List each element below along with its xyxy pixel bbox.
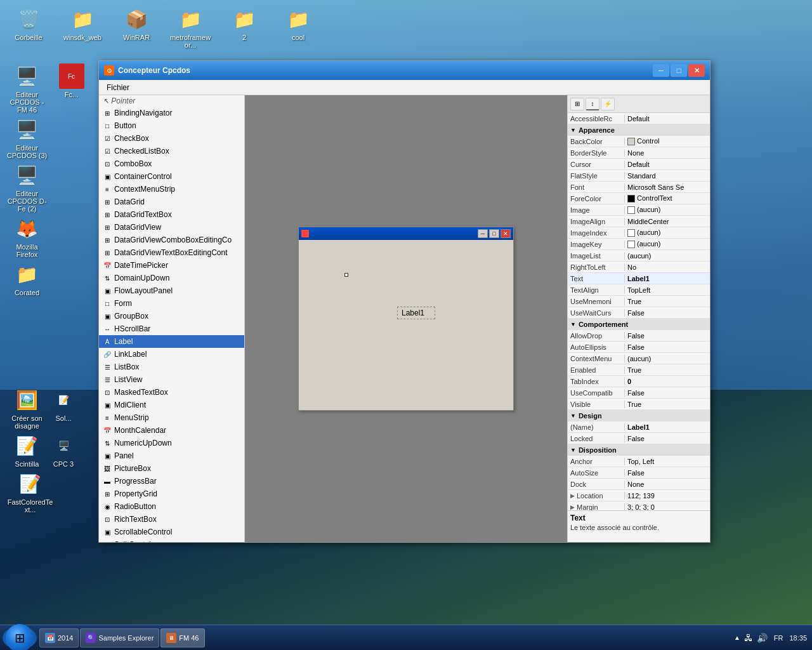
desktop-icon-corated[interactable]: 📁 Corated [6, 262, 48, 296]
props-row-allowdrop[interactable]: AllowDrop False [568, 330, 710, 342]
props-section-design[interactable]: ▼ Design [568, 410, 710, 421]
props-btn-sort[interactable]: ↕ [586, 98, 599, 110]
props-row-contextmenu[interactable]: ContextMenu (aucun) [568, 353, 710, 364]
toolbox-item-datagridview[interactable]: ⊞ DataGridView [99, 221, 244, 234]
taskbar-item-fm46[interactable]: 🖥 FM 46 [160, 628, 204, 647]
toolbox-item-flowlayout[interactable]: ▣ FlowLayoutPanel [99, 284, 244, 297]
toolbox-item-panel[interactable]: ▣ Panel [99, 449, 244, 462]
toolbox-item-form[interactable]: □ Form [99, 297, 244, 310]
toolbox-item-listbox[interactable]: ☰ ListBox [99, 361, 244, 373]
desktop-icon-corbeille[interactable]: 🗑️ Corbeille [6, 6, 51, 49]
toolbox-item-contextmenu[interactable]: ≡ ContextMenuStrip [99, 183, 244, 196]
props-row-usecompat[interactable]: UseCompatib False [568, 387, 710, 399]
form-close-btn[interactable]: ✕ [501, 229, 511, 238]
desktop-icon-editeur3[interactable]: 🖥️ Editeur CPCDOS D-Fe (2) [6, 162, 48, 213]
desktop-icon-scintilla[interactable]: 📝 Scintilla [6, 433, 48, 468]
toolbox-item-listview[interactable]: ☰ ListView [99, 373, 244, 386]
props-row-imageindex[interactable]: ImageIndex (aucun) [568, 227, 710, 239]
start-button[interactable]: ⊞ [3, 627, 37, 649]
desktop-icon-sol[interactable]: 📝 Sol... [51, 387, 76, 430]
form-maximize-btn[interactable]: □ [489, 229, 499, 238]
design-area[interactable]: ─ □ ✕ [245, 95, 567, 542]
props-row-dock[interactable]: Dock None [568, 479, 710, 490]
props-btn-events[interactable]: ⚡ [601, 98, 615, 110]
form-body[interactable]: Label1 [299, 240, 513, 410]
label-control[interactable]: Label1 [397, 307, 435, 319]
desktop-icon-2[interactable]: 📁 2 [222, 6, 266, 49]
desktop-icon-editeur2[interactable]: 🖥️ Editeur CPCDOS (3) [6, 117, 48, 159]
props-row-cursor[interactable]: Cursor Default [568, 159, 710, 170]
props-row-tabindex[interactable]: TabIndex 0 [568, 376, 710, 387]
form-canvas[interactable]: ─ □ ✕ [298, 227, 514, 411]
toolbox-item-label[interactable]: A Label [99, 335, 244, 348]
desktop-icon-creer[interactable]: 🖼️ Créer son disagne [6, 387, 48, 430]
toolbox-item-mdiclient[interactable]: ▣ MdiClient [99, 399, 244, 411]
props-section-disposition[interactable]: ▼ Disposition [568, 444, 710, 456]
tray-arrow-icon[interactable]: ▲ [734, 634, 740, 641]
toolbox-item-splitcontainer[interactable]: ⊟ SplitContainer [99, 538, 244, 542]
toolbox-item-datagridtextbox[interactable]: ⊞ DataGridTextBox [99, 208, 244, 221]
toolbox-item-propertygrid[interactable]: ⊞ PropertyGrid [99, 488, 244, 500]
toolbox-item-picturebox[interactable]: 🖼 PictureBox [99, 462, 244, 475]
desktop-icon-metro[interactable]: 📁 metroframewor... [168, 6, 213, 49]
props-row-visible[interactable]: Visible True [568, 399, 710, 410]
maximize-button[interactable]: □ [671, 64, 687, 77]
desktop-icon-fastcolored[interactable]: 📝 FastColoredText... [6, 471, 54, 514]
toolbox-item-numericupdown[interactable]: ⇅ NumericUpDown [99, 437, 244, 449]
props-btn-grid[interactable]: ⊞ [570, 98, 584, 110]
location-expand[interactable]: ▶ [570, 493, 577, 499]
desktop-icon-editeur1[interactable]: 🖥️ Editeur CPCDOS - FM 46 [6, 63, 48, 114]
props-row-image[interactable]: Image (aucun) [568, 204, 710, 216]
props-row-accessiblerc[interactable]: AccessibleRc Default [568, 113, 710, 124]
props-row-text[interactable]: Text Label1 [568, 273, 710, 284]
toolbox-pointer-item[interactable]: ↖ Pointer [99, 95, 244, 107]
close-button[interactable]: ✕ [688, 64, 705, 77]
toolbox-item-richtextbox[interactable]: ⊡ RichTextBox [99, 513, 244, 526]
props-row-righttoleft[interactable]: RightToLeft No [568, 262, 710, 273]
minimize-button[interactable]: ─ [653, 64, 669, 77]
toolbox-item-radiobutton[interactable]: ◉ RadioButton [99, 500, 244, 513]
desktop-icon-cpc[interactable]: 🖥️ CPC 3 [51, 433, 76, 468]
toolbox-item-combobox[interactable]: ⊡ ComboBox [99, 157, 244, 170]
toolbox-item-scrollable[interactable]: ▣ ScrollableControl [99, 526, 244, 538]
toolbox-list[interactable]: ⊞ BindingNavigator □ Button ☑ CheckBox ☑… [99, 107, 244, 542]
toolbox-item-maskedtextbox[interactable]: ⊡ MaskedTextBox [99, 386, 244, 399]
desktop-icon-fc[interactable]: Fc Fc... [51, 63, 92, 114]
toolbox-item-monthcalendar[interactable]: 📅 MonthCalendar [99, 424, 244, 437]
props-section-comportement[interactable]: ▼ Comportement [568, 319, 710, 330]
toolbox-item-datagrid[interactable]: ⊞ DataGrid [99, 196, 244, 208]
props-row-imagekey[interactable]: ImageKey (aucun) [568, 239, 710, 250]
toolbox-item-groupbox[interactable]: ▣ GroupBox [99, 310, 244, 322]
props-row-name[interactable]: (Name) Label1 [568, 421, 710, 433]
props-row-usemnemonic[interactable]: UseMnemoni True [568, 296, 710, 307]
toolbox-item-binding[interactable]: ⊞ BindingNavigator [99, 107, 244, 119]
props-row-margin[interactable]: ▶Margin 3; 0; 3; 0 [568, 501, 710, 510]
toolbox-item-progressbar[interactable]: ▬ ProgressBar [99, 475, 244, 488]
props-section-apparence[interactable]: ▼ Apparence [568, 124, 710, 136]
toolbox-item-menustrip[interactable]: ≡ MenuStrip [99, 411, 244, 424]
props-row-anchor[interactable]: Anchor Top, Left [568, 456, 710, 467]
props-row-imagealign[interactable]: ImageAlign MiddleCenter [568, 216, 710, 227]
props-row-textalign[interactable]: TextAlign TopLeft [568, 284, 710, 296]
desktop-icon-firefox[interactable]: 🦊 Mozilla Firefox [6, 216, 48, 258]
props-row-usewaitcursor[interactable]: UseWaitCurs False [568, 307, 710, 319]
props-row-autosize[interactable]: AutoSize False [568, 467, 710, 479]
props-row-flatstyle[interactable]: FlatStyle Standard [568, 170, 710, 182]
props-row-location[interactable]: ▶Location 112; 139 [568, 490, 710, 501]
props-row-autoellipsis[interactable]: AutoEllipsis False [568, 342, 710, 353]
props-row-forecolor[interactable]: ForeColor ControlText [568, 193, 710, 204]
toolbox-item-checkbox[interactable]: ☑ CheckBox [99, 132, 244, 145]
toolbox-item-datetimepicker[interactable]: 📅 DateTimePicker [99, 259, 244, 272]
toolbox-item-checkedlistbox[interactable]: ☑ CheckedListBox [99, 145, 244, 157]
toolbox-item-dgvcomboedit[interactable]: ⊞ DataGridViewComboBoxEditingCo [99, 234, 244, 246]
props-row-imagelist[interactable]: ImageList (aucun) [568, 250, 710, 262]
toolbox-item-dgvtextedit[interactable]: ⊞ DataGridViewTextBoxEditingCont [99, 246, 244, 259]
desktop-icon-winsdk[interactable]: 📁 winsdk_web [60, 6, 105, 49]
toolbox-item-hscrollbar[interactable]: ↔ HScrollBar [99, 322, 244, 335]
toolbox-item-domainupdown[interactable]: ⇅ DomainUpDown [99, 272, 244, 284]
menu-fichier[interactable]: Fichier [102, 82, 134, 93]
margin-expand[interactable]: ▶ [570, 504, 577, 510]
handle-bm[interactable] [344, 273, 348, 277]
desktop-icon-winrar[interactable]: 📦 WinRAR [114, 6, 159, 49]
toolbox-item-linklabel[interactable]: 🔗 LinkLabel [99, 348, 244, 361]
